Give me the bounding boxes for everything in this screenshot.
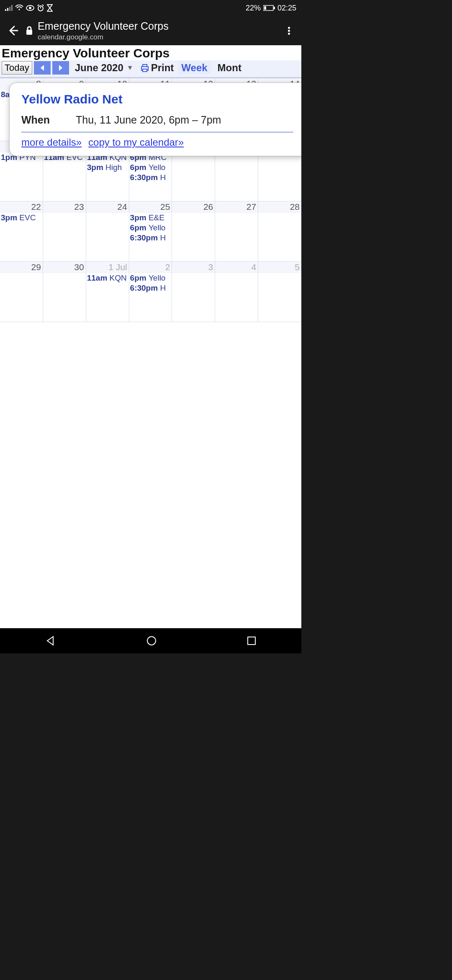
day-cell[interactable]: 4 <box>215 262 258 322</box>
calendar-grid[interactable]: Yellow Radio Net When Thu, 11 June 2020,… <box>0 78 301 322</box>
content-area: Emergency Volunteer Corps Today June 202… <box>0 45 301 628</box>
copy-to-calendar-link[interactable]: copy to my calendar» <box>88 137 184 148</box>
eye-icon <box>26 5 34 11</box>
view-week-button[interactable]: Week <box>178 61 211 75</box>
next-button[interactable] <box>52 61 69 75</box>
day-number: 24 <box>86 201 129 213</box>
calendar-event[interactable]: 6:30pm H <box>129 173 172 183</box>
page-title: Emergency Volunteer Corps <box>38 20 280 32</box>
view-month-button[interactable]: Mont <box>214 61 245 75</box>
calendar-event[interactable]: 3pm EVC <box>0 213 43 223</box>
svg-rect-16 <box>143 69 147 72</box>
event-popup-title: Yellow Radio Net <box>21 92 293 106</box>
day-cell[interactable]: 30 <box>43 262 86 322</box>
nav-recent-button[interactable] <box>247 636 257 646</box>
prev-button[interactable] <box>34 61 51 75</box>
more-menu-button[interactable] <box>280 26 297 36</box>
calendar-event[interactable]: 6:30pm H <box>129 233 172 243</box>
day-cell[interactable]: 223pm EVC <box>0 201 43 261</box>
svg-rect-0 <box>5 9 6 11</box>
svg-rect-12 <box>274 7 275 9</box>
day-number: 29 <box>0 262 43 273</box>
day-number: 23 <box>43 201 86 213</box>
event-popup-when-label: When <box>21 114 76 126</box>
day-number: 26 <box>172 201 215 213</box>
day-number: 28 <box>258 201 301 213</box>
calendar-toolbar: Today June 2020 ▼ Print Week Mont <box>0 60 301 78</box>
svg-line-9 <box>42 5 44 6</box>
today-button[interactable]: Today <box>2 61 32 75</box>
week-row: 223pm EVC2324253pm E&E6pm Yello6:30pm H2… <box>0 201 301 262</box>
calendar-event[interactable]: 6pm Yello <box>129 273 172 283</box>
day-cell[interactable]: 1 Jul11am KQN <box>86 262 129 322</box>
month-dropdown-icon[interactable]: ▼ <box>127 64 134 72</box>
day-number: 30 <box>43 262 86 273</box>
browser-bar: Emergency Volunteer Corps calendar.googl… <box>0 16 301 45</box>
day-cell[interactable]: 3 <box>172 262 215 322</box>
status-bar: 22% 02:25 <box>0 0 301 16</box>
event-popup: Yellow Radio Net When Thu, 11 June 2020,… <box>9 83 301 156</box>
svg-line-8 <box>38 5 39 6</box>
system-nav-bar <box>0 628 301 653</box>
day-number: 4 <box>215 262 258 273</box>
battery-icon <box>263 5 275 11</box>
day-number: 2 <box>129 262 172 273</box>
month-label: June 2020 <box>75 62 123 74</box>
calendar-event[interactable]: 3pm E&E <box>129 213 172 223</box>
day-cell[interactable]: 24 <box>86 201 129 261</box>
clock-time: 02:25 <box>277 4 296 13</box>
day-cell[interactable]: 5 <box>258 262 301 322</box>
day-number: 3 <box>172 262 215 273</box>
svg-rect-2 <box>9 7 10 11</box>
day-cell[interactable]: 29 <box>0 262 43 322</box>
wifi-icon <box>15 5 23 11</box>
day-cell[interactable]: 253pm E&E6pm Yello6:30pm H <box>129 201 172 261</box>
popup-divider <box>21 132 293 132</box>
day-cell[interactable]: 26 <box>172 201 215 261</box>
print-button[interactable]: Print <box>140 62 174 74</box>
battery-percent: 22% <box>246 4 261 13</box>
page-url: calendar.google.com <box>38 33 280 41</box>
calendar-event[interactable]: 6pm Yello <box>129 223 172 233</box>
svg-rect-1 <box>7 8 8 11</box>
print-label: Print <box>151 62 174 74</box>
nav-home-button[interactable] <box>146 635 157 647</box>
day-number: 5 <box>258 262 301 273</box>
day-cell[interactable]: 28 <box>258 201 301 261</box>
day-number: 27 <box>215 201 258 213</box>
more-details-link[interactable]: more details» <box>21 137 82 148</box>
day-number: 25 <box>129 201 172 213</box>
day-cell[interactable]: 27 <box>215 201 258 261</box>
day-cell[interactable]: 26pm Yello6:30pm H <box>129 262 172 322</box>
svg-rect-11 <box>264 6 266 10</box>
event-popup-when-value: Thu, 11 June 2020, 6pm – 7pm <box>76 114 221 126</box>
alarm-icon <box>37 4 44 12</box>
calendar-event[interactable]: 3pm High <box>86 162 129 173</box>
lock-icon <box>21 26 38 35</box>
svg-rect-18 <box>248 637 255 645</box>
svg-rect-13 <box>26 30 32 35</box>
hourglass-icon <box>47 4 53 12</box>
back-button[interactable] <box>4 25 21 36</box>
svg-rect-15 <box>143 64 147 67</box>
calendar-event[interactable]: 6pm Yello <box>129 162 172 173</box>
calendar-event[interactable]: 6:30pm H <box>129 283 172 293</box>
print-icon <box>140 63 149 72</box>
day-cell[interactable]: 23 <box>43 201 86 261</box>
signal-icon <box>5 5 13 11</box>
svg-point-5 <box>29 7 31 9</box>
calendar-title: Emergency Volunteer Corps <box>2 46 300 60</box>
svg-point-17 <box>147 637 156 645</box>
svg-rect-3 <box>11 5 13 11</box>
day-number: 1 Jul <box>86 262 129 273</box>
url-block[interactable]: Emergency Volunteer Corps calendar.googl… <box>38 20 280 41</box>
calendar-event[interactable]: 11am KQN <box>86 273 129 283</box>
nav-back-button[interactable] <box>45 635 56 647</box>
day-number: 22 <box>0 201 43 213</box>
week-row: 29301 Jul11am KQN26pm Yello6:30pm H345 <box>0 262 301 322</box>
